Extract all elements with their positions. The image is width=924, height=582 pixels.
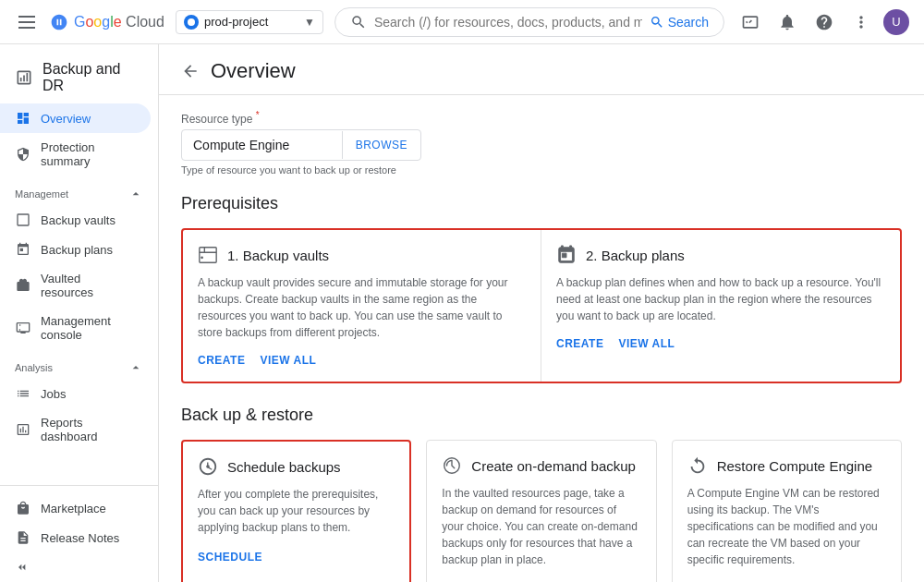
backup-restore-section: Back up & restore Schedule backups After… — [181, 406, 902, 582]
sidebar-item-marketplace-label: Marketplace — [41, 502, 106, 515]
backup-plans-card-desc: A backup plan defines when and how to ba… — [556, 274, 885, 324]
backup-vaults-card: 1. Backup vaults A backup vault provides… — [183, 230, 541, 382]
sidebar-item-protection-summary[interactable]: Protection summary — [0, 133, 151, 176]
search-button[interactable]: Search — [650, 15, 709, 30]
collapse-sidebar-btn[interactable] — [0, 552, 158, 582]
prerequisites-cards: 1. Backup vaults A backup vault provides… — [181, 228, 902, 383]
main-layout: Backup and DR Overview Protection summar… — [0, 44, 924, 582]
back-button[interactable] — [181, 62, 200, 80]
hamburger-menu[interactable] — [15, 12, 39, 32]
backup-plans-icon — [15, 242, 31, 257]
svg-point-2 — [201, 256, 203, 259]
sidebar-item-management-console-label: Management console — [41, 314, 136, 342]
terminal-icon-btn[interactable] — [736, 7, 765, 37]
cloud-logo-icon — [50, 13, 68, 31]
search-bar: Search — [334, 7, 724, 37]
backup-vaults-card-icon — [198, 245, 218, 265]
restore-compute-desc: A Compute Engine VM can be restored usin… — [687, 485, 886, 568]
sidebar-item-marketplace[interactable]: Marketplace — [0, 493, 151, 523]
sidebar-bottom: Marketplace Release Notes — [0, 485, 158, 582]
resource-type-label: Resource type * — [181, 110, 902, 126]
sidebar-item-management-console[interactable]: Management console — [0, 307, 151, 349]
backup-vaults-card-header: 1. Backup vaults — [198, 245, 526, 265]
overview-icon — [15, 111, 31, 126]
schedule-btn[interactable]: SCHEDULE — [198, 551, 262, 564]
more-options-icon-btn[interactable] — [846, 7, 876, 37]
sidebar-item-vaulted-resources[interactable]: Vaulted resources — [0, 264, 151, 307]
search-input[interactable] — [374, 15, 642, 30]
project-name: prod-project — [204, 15, 298, 29]
backup-vaults-card-title: 1. Backup vaults — [227, 248, 329, 263]
sidebar: Backup and DR Overview Protection summar… — [0, 44, 159, 582]
analysis-label: Analysis — [15, 362, 53, 373]
backup-plans-card: 2. Backup plans A backup plan defines wh… — [541, 230, 900, 382]
sidebar-item-backup-vaults-label: Backup vaults — [41, 213, 116, 227]
schedule-backups-desc: After you complete the prerequisites, yo… — [198, 486, 395, 536]
on-demand-backup-title: Create on-demand backup — [471, 458, 636, 474]
sidebar-title: Backup and DR — [43, 61, 143, 94]
restore-compute-card-header: Restore Compute Engine — [687, 455, 886, 476]
search-label: Search — [668, 15, 709, 30]
help-icon-btn[interactable] — [809, 7, 839, 37]
management-console-icon — [15, 321, 31, 335]
backup-plans-viewall-btn[interactable]: VIEW ALL — [618, 337, 675, 350]
sidebar-item-jobs-label: Jobs — [41, 387, 66, 401]
restore-icon — [687, 455, 708, 476]
restore-compute-card: Restore Compute Engine A Compute Engine … — [672, 440, 902, 582]
release-notes-icon — [15, 530, 31, 545]
vaulted-resources-icon — [15, 278, 31, 293]
page-header: Overview — [159, 44, 924, 95]
analysis-collapse-icon[interactable] — [128, 360, 143, 375]
on-demand-backup-desc: In the vaulted resources page, take a ba… — [442, 485, 640, 568]
sidebar-item-overview[interactable]: Overview — [0, 103, 151, 133]
backup-plans-card-title: 2. Backup plans — [586, 248, 685, 263]
logo-text: Google Cloud — [74, 14, 164, 30]
browse-button[interactable]: BROWSE — [342, 131, 420, 159]
prerequisites-title: Prerequisites — [181, 194, 902, 213]
backup-restore-title: Back up & restore — [181, 406, 902, 425]
sidebar-item-backup-vaults[interactable]: Backup vaults — [0, 205, 151, 235]
sidebar-item-release-notes[interactable]: Release Notes — [0, 523, 151, 552]
resource-type-hint: Type of resource you want to back up or … — [181, 164, 902, 176]
on-demand-icon — [442, 455, 462, 476]
collapse-icon — [15, 560, 30, 575]
on-demand-backup-card-header: Create on-demand backup — [442, 455, 640, 476]
backup-plans-card-icon — [556, 245, 577, 265]
search-bar-icon — [350, 14, 367, 30]
reports-icon — [15, 422, 31, 437]
backup-vaults-card-actions: CREATE VIEW ALL — [198, 354, 526, 367]
sidebar-header-icon — [15, 68, 33, 87]
top-nav: Google Cloud prod-project ▼ Search U — [0, 0, 924, 44]
sidebar-header: Backup and DR — [0, 52, 158, 103]
backup-plans-card-header: 2. Backup plans — [556, 245, 885, 265]
backup-plans-create-btn[interactable]: CREATE — [556, 337, 603, 350]
sidebar-item-jobs[interactable]: Jobs — [0, 379, 151, 408]
backup-vaults-create-btn[interactable]: CREATE — [198, 354, 245, 367]
nav-icons: U — [736, 7, 909, 37]
schedule-backups-card-header: Schedule backups — [198, 456, 395, 477]
schedule-backups-card: Schedule backups After you complete the … — [181, 440, 411, 582]
on-demand-backup-card: Create on-demand backup In the vaulted r… — [426, 440, 656, 582]
resource-type-section: Resource type * Compute Engine BROWSE Ty… — [181, 110, 902, 176]
sidebar-analysis-section: Analysis — [0, 349, 158, 379]
project-dropdown-arrow: ▼ — [304, 16, 315, 29]
content-area: Resource type * Compute Engine BROWSE Ty… — [159, 95, 924, 582]
sidebar-item-backup-plans[interactable]: Backup plans — [0, 235, 151, 264]
backup-vaults-card-desc: A backup vault provides secure and immut… — [198, 274, 526, 341]
svg-rect-1 — [200, 248, 216, 263]
sidebar-item-reports[interactable]: Reports dashboard — [0, 408, 151, 451]
svg-rect-0 — [18, 214, 29, 225]
svg-point-3 — [206, 465, 210, 468]
notifications-icon-btn[interactable] — [772, 7, 802, 37]
sidebar-management-section: Manageme​t — [0, 176, 158, 205]
jobs-icon — [15, 386, 31, 401]
backup-vaults-viewall-btn[interactable]: VIEW ALL — [260, 354, 316, 367]
user-avatar[interactable]: U — [883, 9, 909, 35]
sidebar-item-overview-label: Overview — [41, 112, 91, 126]
project-selector[interactable]: prod-project ▼ — [176, 10, 323, 34]
management-label: Manageme​t — [15, 188, 68, 200]
resource-type-value: Compute Engine — [182, 130, 342, 160]
project-icon — [184, 15, 199, 30]
backup-restore-cards: Schedule backups After you complete the … — [181, 440, 902, 582]
management-collapse-icon[interactable] — [128, 187, 143, 201]
